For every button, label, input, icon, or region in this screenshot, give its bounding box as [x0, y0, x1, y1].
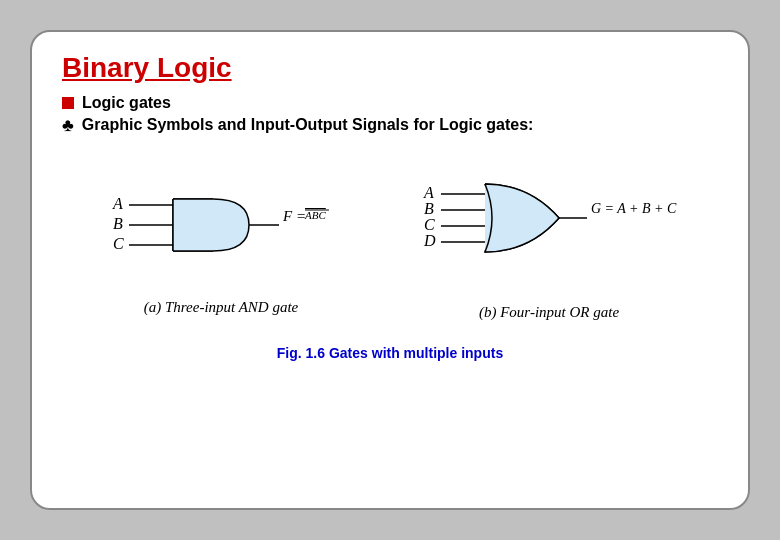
or-gate-svg: A B C D: [419, 156, 679, 296]
or-gate-label: (b) Four-input OR gate: [479, 304, 619, 321]
page-title: Binary Logic: [62, 52, 718, 84]
bullet-graphic-symbols: ♣ Graphic Symbols and Input-Output Signa…: [62, 116, 718, 136]
and-gate-label: (a) Three-input AND gate: [144, 299, 299, 316]
or-gate-container: A B C D: [419, 156, 679, 321]
bullet-logic-gates: Logic gates: [62, 94, 718, 112]
fig-caption: Fig. 1.6 Gates with multiple inputs: [62, 345, 718, 361]
and-gate-svg: A B C: [101, 161, 341, 291]
svg-text:C: C: [113, 235, 124, 252]
svg-text:A: A: [112, 195, 123, 212]
club-icon: ♣: [62, 115, 74, 136]
svg-text:G = A + B + C + D: G = A + B + C + D: [591, 201, 679, 216]
svg-text:A: A: [423, 184, 434, 201]
and-gate-svg-area: A B C: [101, 161, 341, 291]
bullet-text-1: Logic gates: [82, 94, 171, 112]
svg-text:B: B: [424, 200, 434, 217]
svg-rect-9: [173, 199, 213, 251]
and-gate-container: A B C: [101, 161, 341, 316]
bullet-text-2: Graphic Symbols and Input-Output Signals…: [82, 116, 534, 134]
svg-text:D: D: [423, 232, 436, 249]
svg-text:B: B: [113, 215, 123, 232]
or-gate-svg-area: A B C D: [419, 156, 679, 296]
main-card: Binary Logic Logic gates ♣ Graphic Symbo…: [30, 30, 750, 510]
svg-text:F =: F =: [282, 208, 306, 224]
svg-text:C: C: [424, 216, 435, 233]
red-square-icon: [62, 97, 74, 109]
diagram-area: A B C: [62, 156, 718, 321]
svg-text:ABC: ABC: [304, 209, 326, 221]
